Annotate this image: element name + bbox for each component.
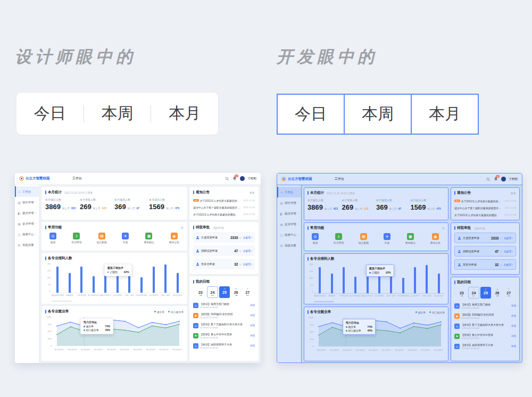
sidebar-item-报表中心[interactable]: ◫报表中心› <box>15 229 39 239</box>
my-applications-tab[interactable]: 我的申请 <box>475 227 485 230</box>
quick-action-发布公告[interactable]: ◉发布公告 <box>169 233 179 244</box>
notice-row[interactable]: 就业中心关于第十期职业素养训练营开展通…2021.12.09 <box>454 204 516 211</box>
sidebar-item-企业管理[interactable]: ▤企业管理› <box>277 219 301 229</box>
detail-link[interactable]: 详情 <box>250 324 255 327</box>
bar[interactable] <box>402 278 404 293</box>
quick-action-请假[interactable]: ⊙请假 <box>312 233 319 244</box>
gear-icon[interactable]: ⚙ <box>442 226 445 230</box>
day-chip-25[interactable]: 三25 <box>480 287 491 299</box>
notice-row[interactable]: 关于2021年人才培养方案建设的通知2021.12.08 <box>193 211 255 218</box>
sidebar-item-企业管理[interactable]: ▤企业管理› <box>15 218 39 229</box>
bar[interactable] <box>80 267 82 293</box>
quick-action-发布岗位[interactable]: ▦发布岗位 <box>405 233 415 244</box>
quick-action-站点新闻[interactable]: ▤站点新闻 <box>359 233 369 244</box>
next-days-icon[interactable]: › <box>254 291 255 294</box>
tab-workbench[interactable]: 工作台 <box>72 176 82 181</box>
bar[interactable] <box>177 273 179 293</box>
detail-link[interactable]: 详情 <box>250 344 255 347</box>
day-chip-23[interactable]: 一23 <box>195 286 206 298</box>
detail-link[interactable]: 详情 <box>250 314 255 317</box>
sidebar-item-招生管理[interactable]: ▥招生管理› <box>277 197 301 208</box>
user-name[interactable]: 王昭昭 <box>248 177 257 180</box>
bar[interactable] <box>140 277 143 293</box>
notice-row[interactable]: 关于2021年人才培养方案建设的通知2021.12.08 <box>454 211 516 218</box>
day-chip-27[interactable]: 五27 <box>242 286 253 298</box>
bar[interactable] <box>164 264 167 293</box>
avatar[interactable] <box>501 177 506 181</box>
quick-action-发布岗位[interactable]: ▦发布岗位 <box>144 233 154 244</box>
segment-today-dev[interactable]: 今日 <box>277 94 345 135</box>
notifications-bell[interactable]: 12 <box>232 176 237 181</box>
go-handle-link[interactable]: 去处理 › <box>504 263 513 266</box>
notice-row[interactable]: 置顶关于2021年人才培养方案建设的通知2021.12.20 <box>193 197 255 204</box>
bar[interactable] <box>93 276 95 293</box>
detail-link[interactable]: 详情 <box>250 304 255 307</box>
notices-more-link[interactable]: 更多 <box>250 191 255 194</box>
day-chip-24[interactable]: 二24 <box>468 287 480 299</box>
prev-days-icon[interactable]: ‹ <box>193 291 194 294</box>
day-chip-26[interactable]: 四26 <box>492 287 503 299</box>
bar[interactable] <box>319 267 321 293</box>
day-chip-27[interactable]: 五27 <box>503 287 514 299</box>
quick-action-实习管理[interactable]: ⇩实习管理 <box>71 233 81 244</box>
tab-workbench[interactable]: 工作台 <box>335 177 344 181</box>
detail-link[interactable]: 详情 <box>511 335 516 337</box>
search-icon[interactable] <box>225 177 229 181</box>
notice-row[interactable]: 就业中心关于第十期职业素养训练营开展通…2021.12.09 <box>193 204 255 211</box>
segment-month-dev[interactable]: 本月 <box>411 94 479 135</box>
segment-week-dev[interactable]: 本周 <box>344 94 412 135</box>
quick-action-出差[interactable]: ✈出差 <box>384 233 390 244</box>
user-name[interactable]: 王昭昭 <box>509 177 518 181</box>
notifications-bell[interactable]: 12 <box>494 177 498 181</box>
sidebar-item-工作台[interactable]: ⌂工作台 <box>15 186 39 197</box>
day-chip-23[interactable]: 一23 <box>456 287 467 299</box>
sidebar-item-就业管理[interactable]: ◧就业管理› <box>277 208 301 219</box>
sidebar-item-报表中心[interactable]: ◫报表中心› <box>277 229 301 240</box>
search-icon[interactable] <box>486 177 491 181</box>
go-handle-link[interactable]: 去处理 › <box>504 250 513 253</box>
sidebar-item-系统设置[interactable]: ⚙系统设置 <box>277 240 301 251</box>
detail-link[interactable]: 详情 <box>511 304 516 307</box>
detail-link[interactable]: 详情 <box>511 325 516 327</box>
day-chip-25[interactable]: 三25 <box>219 286 230 298</box>
go-handle-link[interactable]: 去处理 › <box>243 236 252 239</box>
quick-action-站点新闻[interactable]: ▤站点新闻 <box>97 233 107 244</box>
sidebar-item-工作台[interactable]: ⌂工作台 <box>277 187 301 197</box>
bar[interactable] <box>56 267 59 293</box>
gear-icon[interactable]: ⚙ <box>181 226 184 229</box>
bar[interactable] <box>426 265 428 293</box>
bar[interactable] <box>354 277 356 293</box>
quick-action-实习管理[interactable]: ⇩实习管理 <box>334 233 344 244</box>
my-applications-tab[interactable]: 我的申请 <box>213 226 224 229</box>
quick-action-请假[interactable]: ⊙请假 <box>49 233 56 244</box>
sidebar-item-招生管理[interactable]: ▥招生管理› <box>15 197 39 208</box>
segment-month[interactable]: 本月 <box>151 103 218 125</box>
detail-link[interactable]: 详情 <box>250 334 255 337</box>
chart-scrollbar[interactable] <box>314 301 334 302</box>
avatar[interactable] <box>240 176 245 181</box>
bar[interactable] <box>69 273 71 293</box>
bar[interactable] <box>438 274 440 293</box>
bar[interactable] <box>331 274 333 293</box>
chart-scrollbar[interactable] <box>52 301 72 302</box>
sidebar-item-系统设置[interactable]: ⚙系统设置 <box>15 239 39 250</box>
bar[interactable] <box>153 267 155 293</box>
go-handle-link[interactable]: 去处理 › <box>243 249 252 252</box>
go-handle-link[interactable]: 去处理 › <box>243 262 252 266</box>
day-chip-26[interactable]: 四26 <box>231 286 242 298</box>
notices-more-link[interactable]: 更多 <box>511 192 516 195</box>
next-days-icon[interactable]: › <box>515 291 516 294</box>
prev-days-icon[interactable]: ‹ <box>454 291 455 294</box>
bar[interactable] <box>343 267 345 293</box>
day-chip-24[interactable]: 二24 <box>207 286 219 298</box>
bar[interactable] <box>414 267 416 293</box>
detail-link[interactable]: 详情 <box>511 315 516 317</box>
segment-week[interactable]: 本周 <box>84 103 151 125</box>
quick-action-出差[interactable]: ✈出差 <box>122 233 129 244</box>
segment-today[interactable]: 今日 <box>16 103 84 125</box>
detail-link[interactable]: 详情 <box>511 345 516 348</box>
go-handle-link[interactable]: 去处理 › <box>504 236 513 239</box>
sidebar-item-就业管理[interactable]: ◧就业管理› <box>15 208 39 218</box>
quick-action-发布公告[interactable]: ◉发布公告 <box>430 233 440 244</box>
notice-row[interactable]: 置顶关于2021年人才培养方案建设的通知2021.12.20 <box>454 197 516 204</box>
